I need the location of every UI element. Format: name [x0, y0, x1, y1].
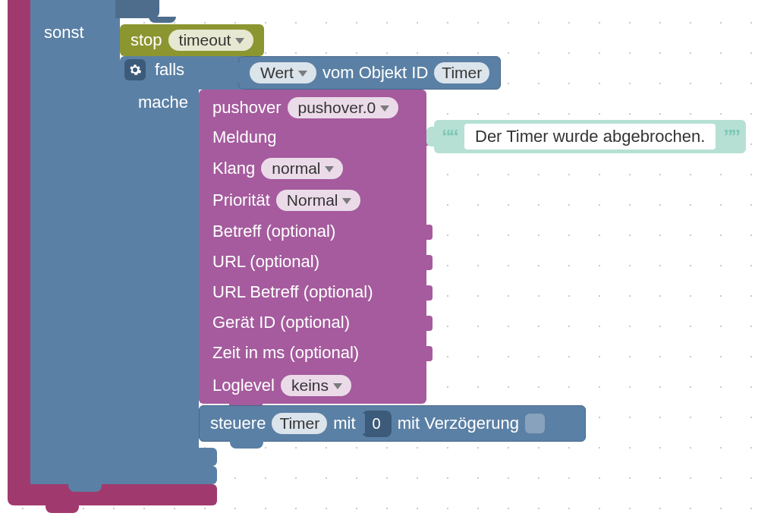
blue-wrapper-1-foot [30, 466, 217, 484]
stop-timer-chip[interactable]: timeout [168, 30, 254, 51]
value-object-chip[interactable]: Timer [434, 62, 489, 83]
chevron-down-icon [325, 166, 334, 172]
stop-label: stop [131, 30, 162, 50]
do-keyword-row: mache [138, 93, 188, 112]
chevron-down-icon [235, 38, 244, 44]
pushover-time-label: Zeit in ms (optional) [212, 343, 359, 363]
pushover-instance-chip[interactable]: pushover.0 [288, 97, 399, 118]
get-value-block[interactable]: Wert vom Objekt ID Timer [238, 56, 501, 90]
if-keyword: falls [155, 60, 184, 80]
control-delay-checkbox[interactable] [525, 414, 545, 433]
pushover-subject-label: Betreff (optional) [212, 222, 335, 241]
chevron-down-icon [298, 71, 307, 77]
pushover-sound-chip[interactable]: normal [261, 158, 343, 179]
value-object-label: Timer [442, 64, 482, 82]
pushover-header: pushover pushover.0 [202, 93, 409, 123]
else-text: sonst [44, 23, 84, 42]
pushover-row-message: Meldung [202, 123, 287, 152]
chevron-down-icon [333, 383, 342, 389]
pushover-row-loglevel: Loglevel keins [202, 370, 362, 401]
close-quote-icon: ”” [723, 125, 738, 149]
control-object-label: Timer [279, 414, 319, 433]
string-block-notch [426, 127, 436, 146]
control-value-input[interactable]: 0 [362, 411, 392, 437]
pushover-label: pushover [212, 98, 282, 118]
magenta-wrapper-foot [8, 484, 217, 505]
pushover-loglevel-chip[interactable]: keins [281, 375, 351, 396]
open-quote-icon: ““ [442, 125, 457, 149]
value-block-notch [231, 63, 241, 83]
pushover-slot-url-subject [419, 285, 433, 301]
pushover-priority-chip[interactable]: Normal [276, 190, 361, 211]
control-label: steuere [210, 414, 266, 433]
message-string-block[interactable]: ““ Der Timer wurde abgebrochen. ”” [434, 120, 746, 153]
do-keyword: mache [138, 93, 188, 112]
pushover-row-subject: Betreff (optional) [202, 217, 346, 246]
pushover-priority-value: Normal [287, 191, 338, 209]
pushover-row-time: Zeit in ms (optional) [202, 338, 370, 367]
pushover-slot-time [419, 346, 433, 361]
else-label: sonst [30, 23, 84, 42]
blue-wrapper-1-notch [115, 0, 159, 18]
chevron-down-icon [380, 105, 389, 112]
if-block-foot [120, 448, 217, 466]
gear-icon[interactable] [124, 59, 146, 80]
pushover-row-url-subject: URL Betreff (optional) [202, 278, 384, 307]
value-from-label: vom Objekt ID [322, 63, 428, 83]
if-header: falls [124, 59, 184, 80]
pushover-sound-value: normal [272, 159, 320, 178]
pushover-sound-label: Klang [212, 159, 255, 178]
chevron-down-icon [342, 198, 351, 204]
magenta-wrapper-left [8, 0, 30, 499]
if-block-rail[interactable] [120, 56, 199, 466]
stop-block[interactable]: stop timeout [120, 24, 264, 56]
pushover-row-priority: Priorität Normal [202, 185, 371, 216]
pushover-instance-label: pushover.0 [298, 99, 376, 117]
pushover-priority-label: Priorität [212, 190, 270, 210]
pushover-slot-subject [419, 225, 433, 240]
pushover-row-device: Gerät ID (optional) [202, 308, 360, 337]
pushover-url-label: URL (optional) [212, 252, 319, 272]
control-value-notch [356, 414, 365, 433]
value-kind-chip[interactable]: Wert [250, 62, 316, 83]
pushover-slot-device [419, 316, 433, 331]
pushover-loglevel-value: keins [291, 376, 329, 395]
control-delay-label: mit Verzögerung [398, 414, 519, 433]
control-block[interactable]: steuere Timer mit 0 mit Verzögerung [199, 405, 586, 442]
pushover-message-label: Meldung [212, 127, 276, 147]
blue-wrapper-1-left [30, 0, 120, 484]
message-text[interactable]: Der Timer wurde abgebrochen. [464, 124, 716, 150]
pushover-row-sound: Klang normal [202, 153, 354, 184]
value-kind-label: Wert [260, 64, 294, 82]
pushover-urlsubject-label: URL Betreff (optional) [212, 282, 373, 302]
control-object-chip[interactable]: Timer [272, 413, 327, 434]
pushover-device-label: Gerät ID (optional) [212, 313, 350, 332]
pushover-row-url: URL (optional) [202, 247, 330, 276]
control-value: 0 [373, 415, 381, 432]
stop-timer-label: timeout [179, 31, 231, 49]
control-with-label: mit [333, 414, 355, 433]
pushover-slot-url [419, 255, 433, 270]
pushover-loglevel-label: Loglevel [212, 376, 275, 395]
